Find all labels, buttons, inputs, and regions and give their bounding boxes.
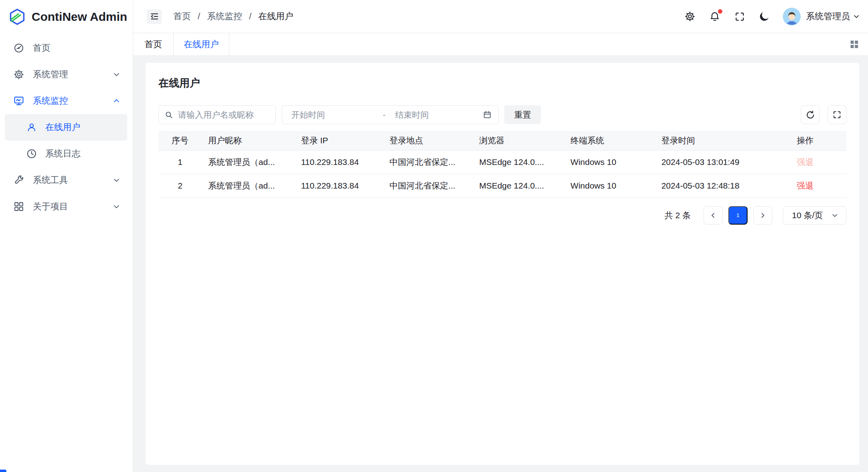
notifications-bell-icon[interactable] [709, 11, 720, 22]
table-toolbar-actions [801, 105, 846, 124]
refresh-icon [806, 110, 815, 120]
breadcrumb-separator: / [249, 11, 251, 22]
wrench-icon [13, 175, 24, 186]
sidebar-item-system-tools[interactable]: 系统工具 [0, 167, 133, 193]
cell-ip: 110.229.183.84 [295, 150, 383, 174]
date-range-picker[interactable]: 开始时间 - 结束时间 [282, 105, 499, 124]
sidebar-item-online-users[interactable]: 在线用户 [5, 114, 127, 141]
fullscreen-icon[interactable] [734, 11, 745, 22]
pagination: 共 2 条 1 10 条/页 [158, 206, 846, 225]
sidebar: ContiNew Admin 首页 系统管理 [0, 0, 133, 472]
column-header-browser: 浏览器 [473, 131, 564, 150]
column-header-location: 登录地点 [383, 131, 473, 150]
chevron-down-icon [831, 211, 839, 219]
force-logout-link-disabled[interactable]: 强退 [797, 157, 814, 167]
sidebar-item-label: 系统工具 [33, 174, 112, 186]
dark-mode-moon-icon[interactable] [759, 11, 770, 22]
filter-toolbar: 开始时间 - 结束时间 重置 [158, 105, 846, 124]
column-header-actions: 操作 [790, 131, 846, 150]
chevron-down-icon [852, 12, 860, 20]
refresh-button[interactable] [801, 105, 820, 124]
table-row: 2 系统管理员（ad... 110.229.183.84 中国河北省保定... … [158, 174, 846, 197]
sidebar-item-system-logs[interactable]: 系统日志 [5, 141, 127, 167]
chevron-down-icon [112, 176, 121, 185]
topbar-actions: 系统管理员 [671, 8, 860, 26]
column-header-index: 序号 [158, 131, 202, 150]
cell-os: Windows 10 [564, 150, 655, 174]
date-end-placeholder: 结束时间 [390, 109, 483, 121]
tab-label: 首页 [144, 38, 162, 50]
column-header-nickname: 用户昵称 [202, 131, 295, 150]
sidebar-item-label: 关于项目 [33, 201, 112, 213]
breadcrumb-current: 在线用户 [258, 10, 293, 22]
force-logout-link[interactable]: 强退 [797, 181, 814, 190]
cell-browser: MSEdge 124.0.... [473, 174, 564, 197]
pagination-page-1[interactable]: 1 [728, 206, 748, 225]
breadcrumb-home[interactable]: 首页 [173, 10, 191, 22]
online-users-table: 序号 用户昵称 登录 IP 登录地点 浏览器 终端系统 登录时间 操作 1 [158, 131, 846, 198]
tab-list-grid-icon[interactable] [849, 39, 860, 50]
cell-ip: 110.229.183.84 [295, 174, 383, 197]
reset-button[interactable]: 重置 [504, 105, 541, 124]
breadcrumb-section[interactable]: 系统监控 [207, 10, 242, 22]
app-title: ContiNew Admin [32, 10, 127, 24]
main-column: 首页 / 系统监控 / 在线用户 [133, 0, 868, 472]
settings-gear-icon[interactable] [684, 11, 696, 22]
sidebar-item-about-project[interactable]: 关于项目 [0, 193, 133, 220]
sidebar-item-label: 在线用户 [45, 121, 80, 133]
cell-nickname: 系统管理员（ad... [202, 150, 295, 174]
clock-icon [26, 148, 37, 159]
date-start-placeholder: 开始时间 [291, 109, 379, 121]
cell-os: Windows 10 [564, 174, 655, 197]
breadcrumb: 首页 / 系统监控 / 在线用户 [173, 10, 293, 22]
pagination-prev-button[interactable] [704, 206, 723, 225]
pagination-next-button[interactable] [753, 206, 772, 225]
sidebar-item-label: 系统管理 [33, 68, 112, 80]
tab-online-users[interactable]: 在线用户 [173, 33, 229, 55]
user-menu[interactable]: 系统管理员 [806, 10, 860, 22]
cell-index: 1 [158, 150, 202, 174]
user-icon [26, 122, 37, 133]
page-size-select[interactable]: 10 条/页 [783, 206, 846, 225]
sidebar-item-label: 首页 [33, 42, 121, 54]
cell-location: 中国河北省保定... [383, 150, 473, 174]
pagination-total: 共 2 条 [665, 210, 691, 221]
sidebar-bottom-accent [0, 470, 6, 472]
gear-icon [13, 69, 24, 80]
sidebar-item-label: 系统监控 [33, 95, 112, 107]
chevron-down-icon [112, 70, 121, 79]
tab-bar: 首页 在线用户 [133, 33, 868, 56]
apps-grid-icon [13, 201, 24, 212]
app-logo[interactable]: ContiNew Admin [0, 0, 133, 33]
chevron-up-icon [112, 96, 121, 105]
sidebar-item-system-management[interactable]: 系统管理 [0, 61, 133, 88]
table-row: 1 系统管理员（ad... 110.229.183.84 中国河北省保定... … [158, 150, 846, 174]
topbar: 首页 / 系统监控 / 在线用户 [133, 0, 868, 33]
chevron-down-icon [112, 202, 121, 211]
date-range-separator: - [379, 110, 390, 120]
expand-icon [832, 110, 842, 119]
search-input[interactable] [177, 110, 270, 120]
page-size-value: 10 条/页 [792, 210, 823, 221]
chevron-left-icon [709, 211, 717, 219]
cell-browser: MSEdge 124.0.... [473, 150, 564, 174]
search-box [158, 105, 276, 124]
avatar[interactable] [783, 8, 801, 26]
calendar-icon [483, 110, 492, 119]
user-name-label: 系统管理员 [806, 10, 850, 22]
sidebar-item-system-monitor[interactable]: 系统监控 [0, 88, 133, 114]
logo-icon [8, 8, 26, 26]
sidebar-item-home[interactable]: 首页 [0, 35, 133, 61]
app-root: ContiNew Admin 首页 系统管理 [0, 0, 868, 472]
cell-login-time: 2024-05-03 12:48:18 [655, 174, 790, 197]
menu-fold-icon [150, 12, 159, 21]
sidebar-collapse-button[interactable] [147, 9, 162, 24]
table-header-row: 序号 用户昵称 登录 IP 登录地点 浏览器 终端系统 登录时间 操作 [158, 131, 846, 150]
column-header-login-time: 登录时间 [655, 131, 790, 150]
sidebar-item-label: 系统日志 [45, 148, 80, 160]
tabbar-actions [849, 33, 868, 55]
column-header-ip: 登录 IP [295, 131, 383, 150]
table-fullscreen-button[interactable] [828, 105, 846, 124]
dashboard-icon [13, 42, 24, 54]
tab-home[interactable]: 首页 [133, 33, 173, 55]
